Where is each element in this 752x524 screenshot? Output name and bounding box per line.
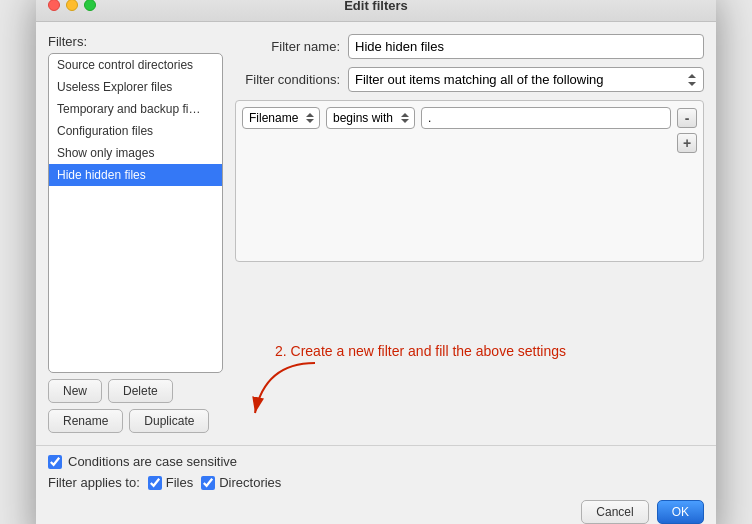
plus-row: + <box>242 133 697 153</box>
filter-item-2[interactable]: Useless Explorer files <box>49 76 222 98</box>
annotation-area: 2. Create a new filter and fill the abov… <box>235 270 704 434</box>
files-item: Files <box>148 475 193 490</box>
case-sensitive-row: Conditions are case sensitive <box>48 454 704 469</box>
minimize-button[interactable] <box>66 0 78 11</box>
remove-condition-button[interactable]: - <box>677 108 697 128</box>
directories-item: Directories <box>201 475 281 490</box>
applies-row: Filter applies to: Files Directories <box>48 475 704 490</box>
annotation-arrow <box>235 353 355 433</box>
dialog-body: Filters: Source control directories Usel… <box>36 22 716 445</box>
condition-row-1: Filename Path begins with ends with cont… <box>242 107 697 129</box>
directories-checkbox[interactable] <box>201 476 215 490</box>
bottom-section: Conditions are case sensitive Filter app… <box>36 445 716 524</box>
directories-label: Directories <box>219 475 281 490</box>
edit-filters-dialog: Edit filters Filters: Source control dir… <box>36 0 716 524</box>
rename-button[interactable]: Rename <box>48 409 123 433</box>
filter-item-5[interactable]: Show only images <box>49 142 222 164</box>
filter-name-input[interactable] <box>348 34 704 59</box>
filter-conditions-row: Filter conditions: Filter out items matc… <box>235 67 704 92</box>
applies-label: Filter applies to: <box>48 475 140 490</box>
filter-name-row: Filter name: <box>235 34 704 59</box>
ok-button[interactable]: OK <box>657 500 704 524</box>
condition-value-input[interactable] <box>421 107 671 129</box>
window-controls <box>48 0 96 11</box>
filter-conditions-select[interactable]: Filter out items matching all of the fol… <box>348 67 704 92</box>
title-bar: Edit filters <box>36 0 716 22</box>
filter-name-label: Filter name: <box>235 39 340 54</box>
maximize-button[interactable] <box>84 0 96 11</box>
close-button[interactable] <box>48 0 60 11</box>
list-buttons: New Delete Rename Duplicate <box>48 379 223 433</box>
new-button[interactable]: New <box>48 379 102 403</box>
filter-item-4[interactable]: Configuration files <box>49 120 222 142</box>
filter-conditions-label: Filter conditions: <box>235 72 340 87</box>
files-label: Files <box>166 475 193 490</box>
dialog-title: Edit filters <box>344 0 408 13</box>
duplicate-button[interactable]: Duplicate <box>129 409 209 433</box>
conditions-area: Filename Path begins with ends with cont… <box>235 100 704 262</box>
filters-label: Filters: <box>48 34 223 49</box>
case-sensitive-checkbox[interactable] <box>48 455 62 469</box>
add-condition-button[interactable]: + <box>677 133 697 153</box>
delete-button[interactable]: Delete <box>108 379 173 403</box>
condition-field-select[interactable]: Filename Path <box>242 107 320 129</box>
filter-item-1[interactable]: Source control directories <box>49 54 222 76</box>
cancel-button[interactable]: Cancel <box>581 500 648 524</box>
right-panel: Filter name: Filter conditions: Filter o… <box>235 34 704 433</box>
filter-item-6[interactable]: Hide hidden files <box>49 164 222 186</box>
files-checkbox[interactable] <box>148 476 162 490</box>
left-panel: Filters: Source control directories Usel… <box>48 34 223 433</box>
condition-operator-select[interactable]: begins with ends with contains matches <box>326 107 415 129</box>
filter-item-3[interactable]: Temporary and backup fi… <box>49 98 222 120</box>
filters-list: Source control directories Useless Explo… <box>48 53 223 373</box>
action-buttons: Cancel OK <box>48 500 704 524</box>
annotation-text: 2. Create a new filter and fill the abov… <box>275 343 566 359</box>
case-sensitive-label: Conditions are case sensitive <box>68 454 237 469</box>
